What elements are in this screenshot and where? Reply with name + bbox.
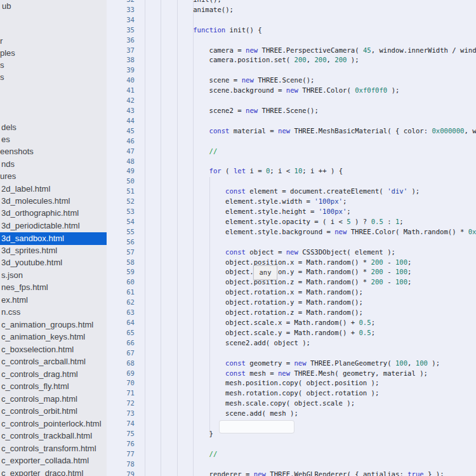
code-line[interactable] bbox=[107, 96, 476, 106]
code-line[interactable] bbox=[107, 65, 476, 76]
file-tree-item[interactable]: c_controls_map.html bbox=[0, 393, 107, 406]
code-line[interactable] bbox=[107, 157, 476, 167]
code-line[interactable]: scene.add( mesh ); bbox=[107, 409, 476, 419]
file-tree-item[interactable]: nds bbox=[0, 158, 107, 171]
code-line[interactable]: const material = new THREE.MeshBasicMate… bbox=[107, 126, 476, 136]
code-line[interactable]: element.style.opacity = ( i < 5 ) ? 0.5 … bbox=[107, 217, 476, 227]
file-tree-item[interactable]: c_controls_orbit.html bbox=[0, 405, 107, 418]
file-tree-item[interactable]: 3d_youtube.html bbox=[0, 256, 107, 269]
code-token: const bbox=[225, 248, 246, 256]
code-line[interactable]: const element = document.createElement( … bbox=[107, 187, 476, 197]
code-token: 100 bbox=[416, 359, 428, 367]
code-line[interactable]: object.rotation.x = Math.random(); bbox=[107, 288, 476, 298]
code-token: ( bbox=[221, 167, 234, 175]
file-tree-item[interactable]: ex.html bbox=[0, 294, 107, 307]
code-line[interactable]: camera.position.set( 200, 200, 200 ); bbox=[107, 55, 476, 65]
file-tree-item[interactable]: c_controls_pointerlock.html bbox=[0, 418, 107, 430]
file-tree-item[interactable]: c_controls_fly.html bbox=[0, 380, 107, 393]
code-line[interactable]: init(); bbox=[107, 0, 476, 5]
file-tree-item[interactable]: c_controls_trackball.html bbox=[0, 430, 107, 442]
code-token: i = bbox=[246, 167, 266, 175]
code-line[interactable]: object.rotation.z = Math.random(); bbox=[107, 308, 476, 318]
file-tree-item[interactable]: ples bbox=[0, 47, 107, 60]
code-line[interactable]: object.scale.y = Math.random() + 0.5; bbox=[107, 328, 476, 338]
code-token: const bbox=[225, 187, 246, 195]
code-line[interactable]: scene = new THREE.Scene(); bbox=[107, 76, 476, 86]
code-line[interactable]: const geometry = new THREE.PlaneGeometry… bbox=[107, 359, 476, 369]
hover-widget-faint bbox=[219, 420, 294, 433]
code-line[interactable]: const object = new CSS3DObject( element … bbox=[107, 248, 476, 258]
code-token: 0xffffff bbox=[468, 228, 476, 235]
code-line[interactable]: // bbox=[107, 147, 476, 157]
code-line[interactable]: object.position.z = Math.random() * 200 … bbox=[107, 277, 476, 288]
code-line[interactable]: object.scale.x = Math.random() + 0.5; bbox=[107, 318, 476, 328]
file-tree-item-selected[interactable]: 3d_sandbox.html bbox=[0, 232, 107, 245]
file-tree: ubrplesssdelseseenshotsndsures2d_label.h… bbox=[0, 0, 107, 476]
file-tree-item[interactable]: es bbox=[0, 133, 107, 146]
code-line[interactable] bbox=[107, 459, 476, 470]
file-tree-item[interactable]: 3d_sprites.html bbox=[0, 244, 107, 257]
code-line[interactable]: object.position.x = Math.random() * 200 … bbox=[107, 258, 476, 268]
code-line[interactable]: // bbox=[107, 449, 476, 459]
code-token: 200 bbox=[371, 268, 383, 275]
code-line[interactable]: element.style.height = '100px'; bbox=[107, 207, 476, 217]
code-line[interactable]: renderer = new THREE.WebGLRenderer( { an… bbox=[107, 470, 476, 476]
code-line[interactable]: element.style.width = '100px'; bbox=[107, 197, 476, 207]
code-line[interactable] bbox=[107, 176, 476, 187]
file-tree-item[interactable]: nes_fps.html bbox=[0, 281, 107, 294]
file-tree-item[interactable]: s bbox=[0, 71, 107, 84]
code-token: 100 bbox=[395, 359, 407, 367]
file-tree-item[interactable]: s bbox=[0, 59, 107, 72]
code-line[interactable]: object.position.y = Math.random() * 200 … bbox=[107, 267, 476, 277]
file-tree-item[interactable]: c_animation_keys.html bbox=[0, 331, 107, 343]
file-tree-item[interactable]: n.css bbox=[0, 306, 107, 319]
file-tree-item[interactable]: 2d_label.html bbox=[0, 183, 107, 195]
code-line[interactable] bbox=[107, 136, 476, 147]
file-tree-item[interactable]: ub bbox=[0, 0, 107, 13]
code-line[interactable]: mesh.scale.copy( object.scale ); bbox=[107, 399, 476, 409]
code-line[interactable]: const mesh = new THREE.Mesh( geometry, m… bbox=[107, 369, 476, 379]
file-tree-item[interactable]: 3d_orthographic.html bbox=[0, 207, 107, 220]
file-tree-item[interactable]: c_exporter_collada.html bbox=[0, 454, 107, 467]
code-line[interactable]: scene2 = new THREE.Scene(); bbox=[107, 106, 476, 116]
file-tree-item[interactable]: dels bbox=[0, 121, 107, 134]
code-line[interactable]: camera = new THREE.PerspectiveCamera( 45… bbox=[107, 46, 476, 56]
code-token: THREE.WebGLRenderer( { antialias: bbox=[266, 470, 407, 476]
code-line[interactable]: animate(); bbox=[107, 5, 476, 15]
file-tree-item[interactable]: s.json bbox=[0, 269, 107, 282]
code-line[interactable]: object.rotation.y = Math.random(); bbox=[107, 298, 476, 308]
code-token: new bbox=[294, 359, 306, 367]
code-token: let bbox=[234, 167, 246, 175]
code-line[interactable]: element.style.background = new THREE.Col… bbox=[107, 227, 476, 237]
code-line[interactable]: mesh.rotation.copy( object.rotation ); bbox=[107, 388, 476, 399]
file-tree-item[interactable]: eenshots bbox=[0, 145, 107, 158]
file-tree-item[interactable]: 3d_molecules.html bbox=[0, 195, 107, 208]
file-tree-item[interactable]: 3d_periodictable.html bbox=[0, 220, 107, 232]
hover-tooltip-text: any bbox=[260, 268, 272, 276]
file-tree-item[interactable]: c_boxselection.html bbox=[0, 343, 107, 356]
code-line[interactable]: scene2.add( object ); bbox=[107, 338, 476, 348]
file-tree-item[interactable]: c_controls_transform.html bbox=[0, 442, 107, 455]
code-token: - bbox=[383, 278, 395, 286]
code-token: camera = bbox=[209, 46, 246, 54]
file-tree-item[interactable]: r bbox=[0, 35, 107, 48]
file-tree-item[interactable]: c_controls_arcball.html bbox=[0, 355, 107, 368]
code-line[interactable] bbox=[107, 116, 476, 126]
code-token: new bbox=[278, 127, 290, 135]
file-tree-item[interactable]: c_controls_drag.html bbox=[0, 368, 107, 381]
code-line[interactable] bbox=[107, 15, 476, 25]
code-token: , bbox=[307, 56, 315, 63]
code-line[interactable]: mesh.position.copy( object.position ); bbox=[107, 378, 476, 388]
code-line[interactable] bbox=[107, 237, 476, 248]
code-line[interactable] bbox=[107, 439, 476, 449]
code-token: new bbox=[286, 248, 298, 256]
code-line[interactable] bbox=[107, 36, 476, 46]
file-tree-item[interactable]: c_animation_groups.html bbox=[0, 319, 107, 331]
code-line[interactable]: function init() { bbox=[107, 25, 476, 36]
code-line[interactable]: scene.background = new THREE.Color( 0xf0… bbox=[107, 86, 476, 96]
code-editor[interactable]: init();animate();function init() {camera… bbox=[107, 0, 476, 476]
code-line[interactable]: for ( let i = 0; i < 10; i ++ ) { bbox=[107, 166, 476, 176]
file-tree-item[interactable]: ures bbox=[0, 170, 107, 183]
file-tree-item[interactable]: c_exporter_draco.html bbox=[0, 467, 107, 476]
code-line[interactable] bbox=[107, 348, 476, 359]
